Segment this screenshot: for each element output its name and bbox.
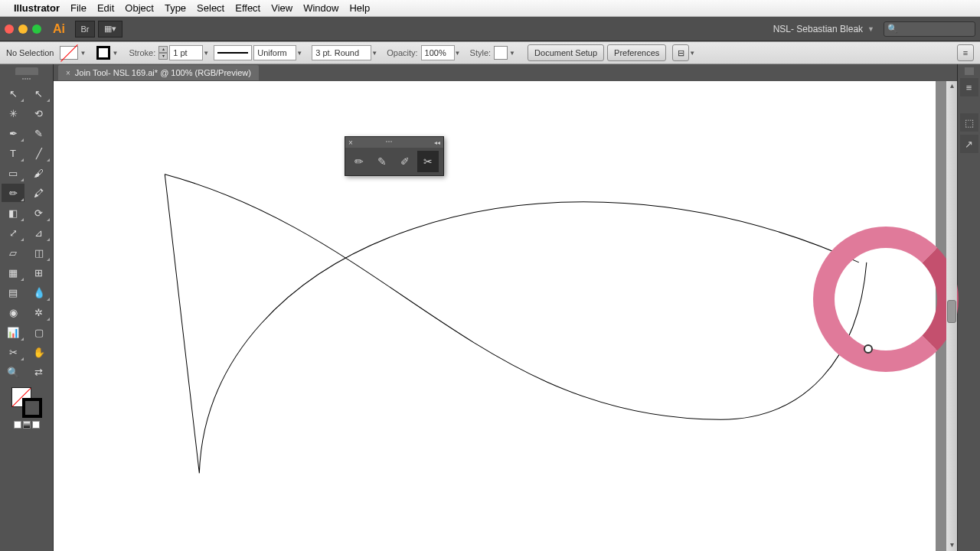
close-tearoff-icon[interactable]: ×: [348, 139, 353, 147]
eyedropper-tool[interactable]: 💧: [28, 283, 51, 302]
menu-type[interactable]: Type: [165, 2, 186, 14]
document-tab[interactable]: × Join Tool- NSL 169.ai* @ 100% (RGB/Pre…: [58, 65, 259, 80]
eraser-tool[interactable]: ◧: [2, 204, 24, 222]
opacity-input[interactable]: 100%: [421, 45, 455, 60]
vertical-scrollbar[interactable]: ▴ ▾: [946, 81, 957, 551]
workspace-label[interactable]: NSL- Sebastian Bleak: [773, 24, 863, 34]
pencil-tool[interactable]: ✏: [2, 184, 24, 202]
smooth-subtool[interactable]: ✎: [371, 151, 393, 172]
zoom-window-button[interactable]: [32, 24, 41, 34]
mesh-tool[interactable]: ⊞: [28, 263, 51, 282]
slice-tool[interactable]: ✂: [2, 343, 24, 361]
path-eraser-subtool[interactable]: ✐: [394, 151, 416, 172]
tearoff-grip-icon[interactable]: [386, 141, 401, 144]
document-setup-button[interactable]: Document Setup: [528, 44, 604, 61]
scroll-down-icon[interactable]: ▾: [946, 540, 957, 551]
control-panel-menu-icon[interactable]: ≡: [957, 44, 974, 61]
panel-menu-icon[interactable]: ≡: [960, 78, 978, 96]
close-tab-icon[interactable]: ×: [66, 69, 70, 77]
gradient-mode-icon[interactable]: [23, 421, 31, 429]
curvature-tool[interactable]: ✎: [28, 124, 51, 142]
tools-panel-tab[interactable]: [15, 67, 38, 75]
workspace-dropdown-icon[interactable]: ▼: [867, 25, 874, 33]
stroke-profile-preview[interactable]: [214, 45, 252, 60]
tearoff-collapse-icon[interactable]: ◂◂: [434, 139, 440, 146]
free-transform-tool[interactable]: ▱: [2, 243, 24, 262]
app-menu[interactable]: Illustrator: [14, 2, 60, 14]
stroke-weight-input[interactable]: 1 pt: [169, 45, 203, 60]
menu-edit[interactable]: Edit: [97, 2, 114, 14]
close-window-button[interactable]: [5, 24, 14, 34]
stroke-dropdown-icon[interactable]: ▼: [112, 50, 119, 57]
align-dropdown-icon[interactable]: ▼: [689, 50, 697, 57]
menu-file[interactable]: File: [70, 2, 87, 14]
menu-select[interactable]: Select: [197, 2, 224, 14]
scroll-up-icon[interactable]: ▴: [946, 81, 957, 92]
magic-wand-tool[interactable]: ✳: [2, 104, 24, 122]
menu-object[interactable]: Object: [125, 2, 154, 14]
menu-help[interactable]: Help: [349, 2, 370, 14]
stroke-weight-dropdown-icon[interactable]: ▼: [203, 50, 211, 57]
help-search-input[interactable]: 🔍: [884, 21, 975, 37]
fill-dropdown-icon[interactable]: ▼: [80, 50, 87, 57]
fill-swatch[interactable]: [60, 46, 78, 60]
type-tool[interactable]: T: [2, 144, 24, 162]
stroke-color-icon[interactable]: [22, 398, 42, 418]
properties-panel-icon[interactable]: ↗: [960, 135, 978, 153]
brush-dropdown-icon[interactable]: ▼: [371, 50, 379, 57]
none-mode-icon[interactable]: [32, 421, 40, 429]
lasso-tool[interactable]: ⟲: [28, 104, 51, 122]
menu-view[interactable]: View: [271, 2, 292, 14]
arrange-documents-button[interactable]: ▦▾: [98, 21, 122, 37]
pencil-tool-tearoff-panel[interactable]: × ◂◂ ✏ ✎ ✐ ✂: [345, 136, 444, 176]
menu-window[interactable]: Window: [303, 2, 338, 14]
stroke-profile-dropdown-icon[interactable]: ▼: [296, 50, 304, 57]
direct-selection-tool[interactable]: ↖: [28, 84, 51, 103]
rectangle-tool[interactable]: ▭: [2, 164, 24, 182]
main-workspace: ↖ ↖ ✳ ⟲ ✒ ✎ T ╱ ▭ 🖌 ✏ 🖍 ◧ ⟳ ⤢ ⊿ ▱ ◫ ▦ ⊞ …: [0, 64, 980, 551]
shape-builder-tool[interactable]: ◫: [28, 243, 51, 262]
pencil-subtool[interactable]: ✏: [348, 151, 370, 172]
fill-stroke-indicator[interactable]: [0, 383, 53, 433]
style-label: Style:: [470, 48, 492, 57]
hand-tool[interactable]: ✋: [28, 343, 51, 361]
paintbrush-tool[interactable]: 🖌: [28, 164, 51, 182]
toggle-fill-stroke[interactable]: ⇄: [28, 363, 51, 381]
bridge-button[interactable]: Br: [75, 21, 95, 37]
scroll-thumb-vertical[interactable]: [947, 300, 956, 323]
opacity-dropdown-icon[interactable]: ▼: [455, 50, 462, 57]
line-segment-tool[interactable]: ╱: [28, 144, 51, 162]
preferences-button[interactable]: Preferences: [607, 44, 666, 61]
graphic-style-swatch[interactable]: [494, 46, 508, 60]
tools-panel-grip-icon[interactable]: [15, 78, 38, 81]
menu-effect[interactable]: Effect: [235, 2, 260, 14]
align-to-button[interactable]: ⊟: [672, 44, 689, 61]
tearoff-header[interactable]: × ◂◂: [345, 137, 443, 148]
right-dock-expand-icon[interactable]: [965, 67, 974, 75]
brush-definition-select[interactable]: 3 pt. Round: [312, 45, 371, 60]
control-bar: No Selection ▼ ▼ Stroke: ▴▾ 1 pt ▼ Unifo…: [0, 41, 980, 64]
libraries-panel-icon[interactable]: ⬚: [960, 113, 978, 132]
gradient-tool[interactable]: ▤: [2, 283, 24, 302]
app-toolbar: Ai Br ▦▾ NSL- Sebastian Bleak ▼ 🔍: [0, 17, 980, 41]
zoom-tool[interactable]: 🔍: [2, 363, 24, 381]
rotate-tool[interactable]: ⟳: [28, 204, 51, 222]
join-subtool[interactable]: ✂: [417, 151, 439, 172]
symbol-sprayer-tool[interactable]: ✲: [28, 303, 51, 321]
minimize-window-button[interactable]: [18, 24, 28, 34]
artboard-tool[interactable]: ▢: [28, 323, 51, 341]
artboard-canvas[interactable]: × ◂◂ ✏ ✎ ✐ ✂: [54, 81, 936, 551]
stroke-profile-select[interactable]: Uniform: [253, 45, 296, 60]
color-mode-icon[interactable]: [14, 421, 21, 429]
blend-tool[interactable]: ◉: [2, 303, 24, 321]
pen-tool[interactable]: ✒: [2, 124, 24, 142]
selection-tool[interactable]: ↖: [2, 84, 24, 103]
column-graph-tool[interactable]: 📊: [2, 323, 24, 341]
width-tool[interactable]: ⊿: [28, 223, 51, 242]
style-dropdown-icon[interactable]: ▼: [509, 50, 517, 57]
scale-tool[interactable]: ⤢: [2, 223, 24, 242]
blob-brush-tool[interactable]: 🖍: [28, 184, 51, 202]
stroke-stepper[interactable]: ▴▾: [158, 46, 168, 60]
perspective-grid-tool[interactable]: ▦: [2, 263, 24, 282]
stroke-swatch[interactable]: [96, 46, 110, 60]
